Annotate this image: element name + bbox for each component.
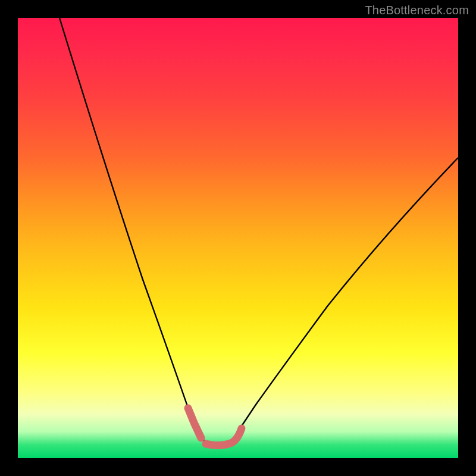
curve-layer (18, 18, 458, 458)
left-curve (60, 18, 201, 439)
chart-frame: TheBottleneck.com (0, 0, 476, 476)
pink-segment-left (188, 408, 201, 438)
right-curve (239, 158, 458, 430)
pink-segment-right (206, 428, 242, 446)
watermark-text: TheBottleneck.com (365, 4, 469, 17)
plot-area (18, 18, 458, 458)
